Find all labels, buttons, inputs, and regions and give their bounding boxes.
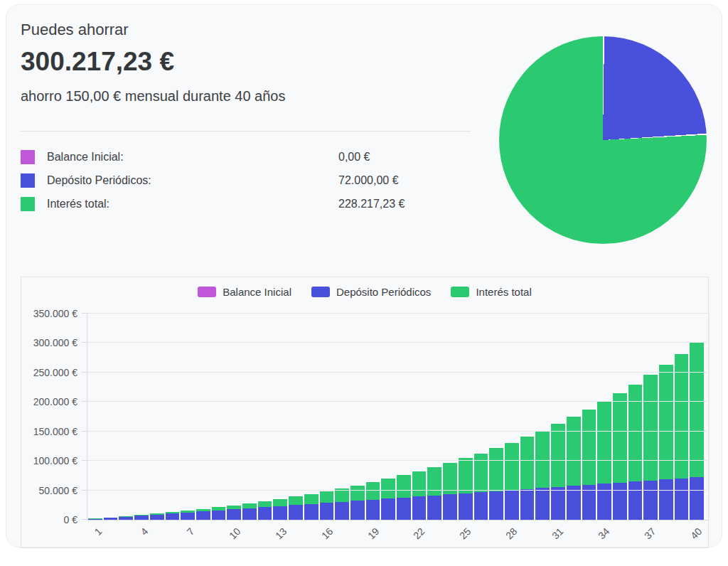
- bar-year-40[interactable]: [690, 314, 704, 520]
- legend-item-deposito-periodicos[interactable]: Depósito Periódicos: [311, 286, 431, 298]
- x-tick-label: 19: [365, 525, 381, 541]
- deposito-periodicos-segment: [489, 491, 503, 520]
- bar-year-24[interactable]: [443, 314, 457, 520]
- savings-subtitle: ahorro 150,00 € mensual durante 40 años: [21, 87, 483, 105]
- bar-year-23[interactable]: [427, 314, 441, 520]
- deposito-periodicos-segment: [320, 503, 334, 520]
- deposito-periodicos-segment: [381, 498, 395, 520]
- interes-total-segment: [582, 410, 596, 485]
- summary-label: Interés total:: [47, 198, 109, 210]
- bar-year-19[interactable]: [366, 314, 380, 520]
- bar-year-32[interactable]: [567, 314, 581, 520]
- legend-item-interes-total[interactable]: Interés total: [451, 286, 531, 298]
- bar-year-20[interactable]: [381, 314, 395, 520]
- interes-total-segment: [258, 501, 272, 507]
- bar-chart-card: Balance InicialDepósito PeriódicosInteré…: [21, 277, 709, 548]
- y-tick-label: 350.000 €: [33, 308, 77, 319]
- bar-year-27[interactable]: [489, 314, 503, 520]
- bar-year-18[interactable]: [350, 314, 365, 520]
- legend-label: Balance Inicial: [223, 286, 291, 298]
- bar-year-8[interactable]: [196, 314, 210, 520]
- interes-total-segment: [320, 491, 334, 503]
- bar-year-9[interactable]: [212, 314, 226, 520]
- bar-year-33[interactable]: [582, 314, 596, 520]
- gridline-100000: [87, 460, 709, 461]
- x-tick-label: 25: [457, 525, 473, 541]
- bar-year-2[interactable]: [104, 314, 118, 520]
- bar-year-14[interactable]: [289, 314, 303, 520]
- y-tick-label: 50.000 €: [39, 485, 78, 496]
- bar-year-5[interactable]: [150, 314, 164, 520]
- bar-year-1[interactable]: [88, 314, 102, 520]
- interes-total-segment: [366, 482, 380, 500]
- deposito-periodicos-segment: [335, 502, 349, 520]
- interes-total-segment: [335, 488, 349, 502]
- bar-year-28[interactable]: [505, 314, 519, 520]
- summary-row: Interés total:228.217,23 €: [21, 192, 471, 215]
- bar-year-34[interactable]: [597, 314, 611, 520]
- y-tick-label: 300.000 €: [33, 337, 77, 348]
- bar-year-3[interactable]: [119, 314, 133, 520]
- bar-year-31[interactable]: [551, 314, 565, 520]
- bar-year-30[interactable]: [535, 314, 550, 520]
- summary-label: Balance Inicial:: [47, 151, 124, 164]
- interes-total-segment: [289, 496, 303, 505]
- y-tick-label: 100.000 €: [33, 455, 77, 466]
- gridline-350000: [87, 313, 709, 314]
- interes-total-legend-swatch: [451, 287, 469, 297]
- deposito-periodicos-segment: [273, 506, 287, 520]
- bar-year-17[interactable]: [335, 314, 349, 520]
- deposito-periodicos-segment: [119, 517, 133, 520]
- x-tick-label: 16: [319, 525, 335, 541]
- x-tick-label: 7: [184, 525, 196, 538]
- x-tick-label: 34: [596, 525, 611, 541]
- bar-year-29[interactable]: [520, 314, 535, 520]
- bar-year-25[interactable]: [459, 314, 473, 520]
- bar-year-22[interactable]: [412, 314, 427, 520]
- bar-year-37[interactable]: [643, 314, 658, 520]
- deposito-periodicos-segment: [289, 505, 303, 520]
- deposito-periodicos-segment: [628, 481, 643, 520]
- legend-item-balance-inicial[interactable]: Balance Inicial: [198, 286, 291, 298]
- x-tick-label: 22: [411, 525, 427, 541]
- y-tick: [82, 372, 87, 373]
- bar-year-7[interactable]: [181, 314, 195, 520]
- y-tick: [82, 313, 87, 314]
- bar-year-35[interactable]: [613, 314, 627, 520]
- deposito-periodicos-segment: [134, 516, 149, 520]
- bar-year-36[interactable]: [628, 314, 643, 520]
- deposito-periodicos-segment: [613, 483, 627, 520]
- bar-year-6[interactable]: [166, 314, 180, 520]
- bar-year-26[interactable]: [474, 314, 488, 520]
- interes-total-segment: [628, 385, 643, 482]
- interes-total--color-swatch: [21, 197, 35, 211]
- deposito-periodicos-segment: [212, 511, 226, 520]
- deposito-periodicos-segment: [227, 509, 241, 520]
- x-tick-label: 40: [688, 525, 704, 541]
- y-tick: [82, 519, 87, 520]
- gridline-200000: [87, 401, 709, 402]
- bar-year-13[interactable]: [273, 314, 287, 520]
- summary-value: 72.000,00 €: [338, 174, 399, 187]
- bar-year-4[interactable]: [134, 314, 149, 520]
- x-tick-label: 37: [642, 525, 658, 541]
- deposito-periodicos-segment: [474, 492, 488, 520]
- bar-year-16[interactable]: [320, 314, 334, 520]
- bar-year-21[interactable]: [397, 314, 411, 520]
- bar-year-12[interactable]: [258, 314, 272, 520]
- deposito-periodicos-segment: [196, 511, 210, 520]
- bar-year-10[interactable]: [227, 314, 241, 520]
- interes-total-segment: [597, 402, 611, 484]
- deposito-periodicos-segment: [535, 488, 550, 520]
- y-tick-label: 200.000 €: [33, 396, 77, 407]
- y-tick: [82, 490, 87, 491]
- pie-chart[interactable]: [499, 36, 707, 244]
- interes-total-segment: [350, 486, 365, 501]
- results-card: Puedes ahorrar 300.217,23 € ahorro 150,0…: [6, 4, 722, 548]
- bar-year-11[interactable]: [242, 314, 257, 520]
- bars: [88, 314, 704, 520]
- bar-year-15[interactable]: [304, 314, 318, 520]
- bar-year-38[interactable]: [659, 314, 673, 520]
- bar-year-39[interactable]: [675, 314, 689, 520]
- deposito-periodicos-segment: [366, 500, 380, 520]
